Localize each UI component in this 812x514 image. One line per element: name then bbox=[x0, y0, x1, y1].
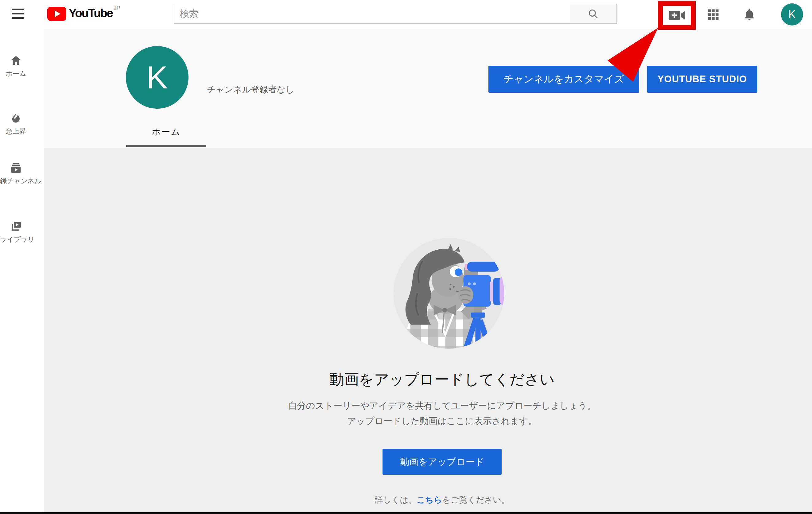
youtube-region-code: JP bbox=[114, 5, 120, 11]
empty-state-subtitle-2: アップロードした動画はここに表示されます。 bbox=[58, 415, 812, 427]
subscriber-status: チャンネル登録者なし bbox=[207, 84, 294, 95]
apps-grid-icon[interactable] bbox=[706, 7, 721, 22]
bottom-border-line bbox=[0, 512, 812, 514]
youtube-play-icon bbox=[47, 7, 66, 21]
search-input[interactable] bbox=[174, 8, 570, 19]
channel-header: K チャンネル登録者なし チャンネルをカスタマイズ YOUTUBE STUDIO… bbox=[44, 29, 812, 148]
tab-home[interactable]: ホーム bbox=[126, 126, 206, 138]
create-video-button[interactable] bbox=[668, 8, 686, 22]
help-link[interactable]: こちら bbox=[416, 495, 442, 505]
magnifier-icon bbox=[587, 8, 599, 20]
account-avatar[interactable]: K bbox=[781, 3, 803, 26]
trending-icon bbox=[10, 112, 22, 124]
sidebar-item-library[interactable]: ライブラリ bbox=[0, 219, 32, 244]
youtube-logo[interactable]: YouTube JP bbox=[47, 5, 120, 21]
sidebar-item-label: 録チャンネル bbox=[0, 176, 32, 186]
annotation-highlight-box bbox=[658, 1, 696, 30]
library-icon bbox=[10, 220, 22, 232]
active-tab-underline bbox=[126, 145, 206, 147]
youtube-studio-button[interactable]: YOUTUBE STUDIO bbox=[647, 66, 757, 93]
channel-content: 動画をアップロードしてください 自分のストーリーやアイデアを共有してユーザーにア… bbox=[44, 148, 812, 514]
hamburger-menu-icon[interactable] bbox=[12, 8, 24, 20]
channel-avatar[interactable]: K bbox=[126, 46, 188, 109]
upload-video-button[interactable]: 動画をアップロード bbox=[382, 449, 502, 475]
help-prefix: 詳しくは、 bbox=[375, 495, 416, 505]
sidebar-item-trending[interactable]: 急上昇 bbox=[0, 111, 32, 136]
video-create-icon bbox=[668, 8, 686, 22]
sidebar-item-label: ホーム bbox=[0, 69, 32, 78]
empty-state-subtitle-1: 自分のストーリーやアイデアを共有してユーザーにアプローチしましょう。 bbox=[58, 400, 812, 412]
search-box bbox=[174, 4, 571, 24]
search-button[interactable] bbox=[570, 4, 617, 24]
channel-avatar-letter: K bbox=[146, 59, 168, 96]
help-line: 詳しくは、こちらをご覧ください。 bbox=[58, 494, 812, 506]
sidebar-item-subscriptions[interactable]: 録チャンネル bbox=[0, 161, 32, 186]
youtube-wordmark: YouTube bbox=[69, 5, 113, 21]
subscriptions-icon bbox=[10, 162, 22, 174]
help-suffix: をご覧ください。 bbox=[442, 495, 510, 505]
sidebar-item-label: ライブラリ bbox=[0, 235, 32, 244]
sidebar-item-label: 急上昇 bbox=[0, 127, 32, 136]
sidebar-item-home[interactable]: ホーム bbox=[0, 53, 32, 78]
customize-channel-button[interactable]: チャンネルをカスタマイズ bbox=[488, 66, 639, 93]
bell-icon[interactable] bbox=[742, 7, 757, 22]
empty-state-title: 動画をアップロードしてください bbox=[58, 370, 812, 389]
sidebar: ホーム 急上昇 録チャンネル ライブラリ bbox=[0, 29, 44, 514]
avatar-letter: K bbox=[788, 8, 796, 21]
upload-illustration bbox=[390, 235, 507, 351]
youtube-channel-page: YouTube JP K bbox=[0, 0, 812, 514]
home-icon bbox=[10, 54, 22, 67]
